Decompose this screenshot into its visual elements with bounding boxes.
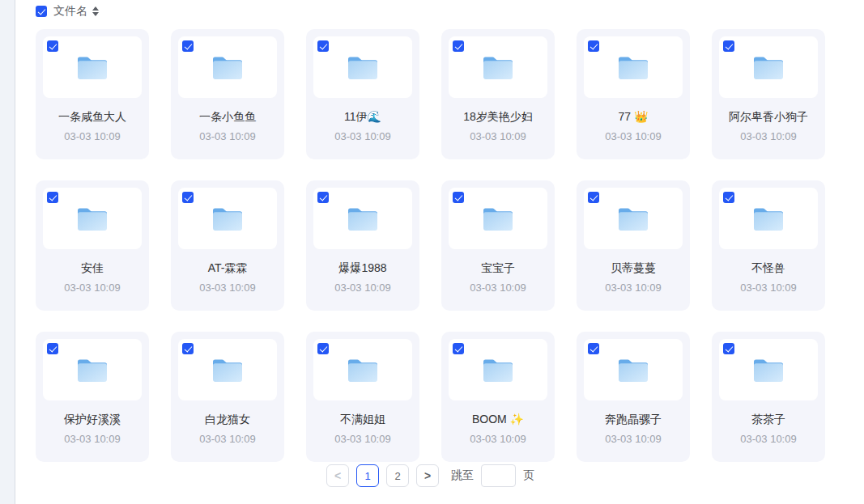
next-page-button[interactable]: > [416,464,439,487]
folder-checkbox[interactable] [47,40,58,52]
folder-icon [347,356,379,384]
folder-date: 03-03 10:09 [178,432,277,447]
folder-icon [211,205,244,233]
folder-card[interactable]: 不满姐姐 03-03 10:09 [306,332,419,462]
prev-page-button[interactable]: < [326,464,349,487]
folder-icon [76,53,109,82]
folder-icon [752,53,785,82]
folder-checkbox[interactable] [723,192,734,203]
folder-checkbox[interactable] [453,192,464,203]
folder-name: 贝蒂蔓蔓 [584,260,683,276]
folder-card[interactable]: 安佳 03-03 10:09 [36,180,149,311]
folder-icon [482,205,514,233]
folder-card[interactable]: 贝蒂蔓蔓 03-03 10:09 [577,180,690,311]
folder-icon [76,356,109,384]
folder-icon [211,356,244,384]
page-unit-label: 页 [523,468,534,483]
folder-thumbnail [178,339,277,400]
select-all-checkbox[interactable] [36,6,47,17]
folder-card[interactable]: 77 👑 03-03 10:09 [577,29,690,159]
folder-date: 03-03 10:09 [449,129,547,144]
sort-arrows-icon[interactable] [92,6,99,16]
folder-card[interactable]: 宝宝子 03-03 10:09 [441,180,555,311]
folder-card[interactable]: 一条咸鱼大人 03-03 10:09 [36,29,149,159]
folder-thumbnail [584,339,683,400]
folder-thumbnail [43,36,142,98]
folder-checkbox[interactable] [182,343,194,354]
folder-icon [617,53,649,82]
folder-checkbox[interactable] [453,343,464,354]
folder-thumbnail [313,188,412,249]
folder-checkbox[interactable] [317,343,329,354]
pagination: < 12 > 跳至 页 [36,464,825,487]
folder-checkbox[interactable] [317,40,329,52]
folder-thumbnail [719,188,818,249]
folder-icon [347,205,379,233]
folder-icon [482,53,514,82]
folder-name: 白龙猫女 [178,411,277,427]
filename-sort-label[interactable]: 文件名 [53,4,87,19]
page-buttons: 12 [356,464,409,487]
folder-checkbox[interactable] [723,343,734,354]
folder-checkbox[interactable] [588,40,599,52]
folder-card[interactable]: 保护好溪溪 03-03 10:09 [36,332,149,462]
folder-thumbnail [449,339,547,400]
folder-name: 不满姐姐 [313,411,412,427]
folder-date: 03-03 10:09 [178,129,277,144]
folder-card[interactable]: 奔跑晶骡子 03-03 10:09 [577,332,690,462]
folder-checkbox[interactable] [588,343,599,354]
folder-checkbox[interactable] [588,192,599,203]
folder-name: 一条咸鱼大人 [43,108,142,125]
folder-date: 03-03 10:09 [584,281,683,295]
folder-name: 宝宝子 [449,260,547,276]
folder-card[interactable]: BOOM ✨ 03-03 10:09 [441,332,555,462]
jump-to-label: 跳至 [451,468,474,483]
folder-icon [76,205,109,233]
folder-card[interactable]: 18岁美艳少妇 03-03 10:09 [441,29,555,159]
folder-date: 03-03 10:09 [449,281,547,295]
folder-name: 安佳 [43,260,142,276]
folder-name: 不怪兽 [719,260,818,276]
folder-thumbnail [178,188,277,249]
folder-checkbox[interactable] [182,192,194,203]
folder-icon [752,205,785,233]
folder-date: 03-03 10:09 [719,432,818,447]
folder-thumbnail [449,36,547,98]
folder-card[interactable]: 茶茶子 03-03 10:09 [712,332,825,462]
folder-name: 奔跑晶骡子 [584,411,683,427]
folder-name: 18岁美艳少妇 [449,108,547,125]
folder-card[interactable]: AT-霖霖 03-03 10:09 [171,180,284,311]
folder-icon [347,53,379,82]
folder-date: 03-03 10:09 [313,281,412,295]
folder-card[interactable]: 爆爆1988 03-03 10:09 [306,180,419,311]
folder-card[interactable]: 11伊🌊 03-03 10:09 [306,29,419,159]
folder-date: 03-03 10:09 [313,129,412,144]
folder-checkbox[interactable] [47,192,58,203]
folder-date: 03-03 10:09 [178,281,277,295]
folder-checkbox[interactable] [723,40,734,52]
folder-date: 03-03 10:09 [449,432,547,447]
page-button-1[interactable]: 1 [356,464,379,487]
page-button-2[interactable]: 2 [386,464,409,487]
folder-grid: 一条咸鱼大人 03-03 10:09 一条小鱼鱼 03-03 10:09 [36,29,825,462]
folder-date: 03-03 10:09 [719,281,818,295]
folder-checkbox[interactable] [317,192,329,203]
sort-filename-control[interactable]: 文件名 [36,0,864,18]
folder-card[interactable]: 阿尔卑香小狗子 03-03 10:09 [712,29,825,159]
folder-card[interactable]: 不怪兽 03-03 10:09 [712,180,825,311]
folder-checkbox[interactable] [47,343,58,354]
folder-thumbnail [43,339,142,400]
jump-page-input[interactable] [481,464,516,487]
folder-thumbnail [584,36,683,98]
folder-card[interactable]: 一条小鱼鱼 03-03 10:09 [171,29,284,159]
folder-card[interactable]: 白龙猫女 03-03 10:09 [171,332,284,462]
folder-date: 03-03 10:09 [313,432,412,447]
folder-name: 保护好溪溪 [43,411,142,427]
folder-thumbnail [43,188,142,249]
folder-checkbox[interactable] [453,40,464,52]
folder-name: 11伊🌊 [313,108,412,125]
folder-thumbnail [313,339,412,400]
file-list-content: 文件名 一条咸鱼大人 03-03 10:09 [16,0,864,504]
folder-name: 茶茶子 [719,411,818,427]
folder-checkbox[interactable] [182,40,194,52]
